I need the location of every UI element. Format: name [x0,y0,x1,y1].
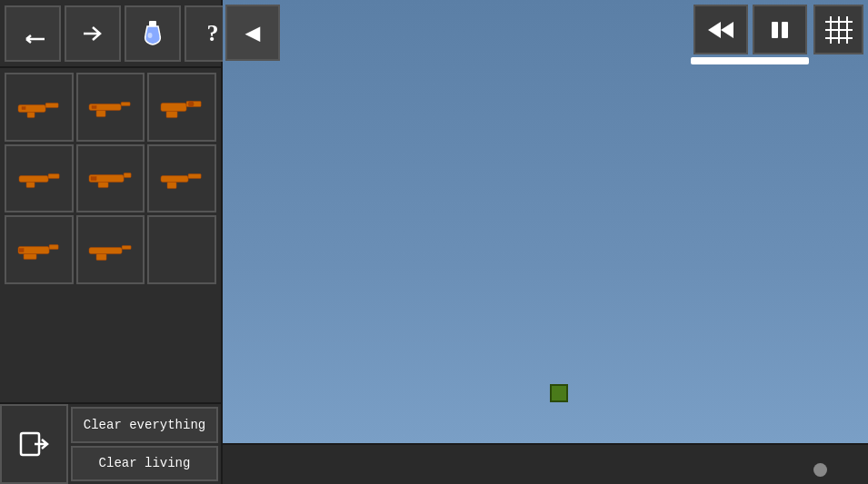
svg-rect-30 [96,254,106,261]
svg-rect-20 [91,177,96,181]
svg-rect-3 [45,103,58,107]
svg-rect-34 [772,22,778,38]
svg-point-1 [148,33,153,38]
bottom-left: Clear everything Clear living [0,402,221,484]
svg-point-13 [188,101,194,106]
grid-item-7[interactable] [5,215,74,284]
grid-toggle-button[interactable] [813,5,863,54]
ground-bar [223,443,868,484]
item-grid [0,68,221,402]
svg-rect-0 [149,21,156,26]
svg-rect-16 [26,183,35,188]
svg-rect-12 [166,111,177,117]
grid-item-2[interactable] [76,73,145,142]
svg-rect-26 [24,254,36,260]
svg-rect-27 [19,249,24,252]
svg-rect-8 [96,110,105,116]
svg-rect-14 [19,176,48,183]
svg-marker-33 [721,22,733,38]
svg-rect-28 [89,248,122,254]
grid-item-4[interactable] [5,144,74,213]
left-panel: ? [0,0,223,484]
top-right-controls [686,0,868,69]
swap-button[interactable] [5,5,61,62]
svg-rect-4 [27,112,35,117]
arrow-button[interactable] [65,5,121,62]
clear-buttons-container: Clear everything Clear living [68,404,221,484]
svg-rect-19 [98,183,108,188]
potion-button[interactable] [125,5,181,62]
entity-indicator [813,463,827,477]
exit-button[interactable] [0,404,68,484]
grid-item-3[interactable] [147,73,216,142]
rewind-pause-buttons [693,5,807,54]
rewind-button[interactable] [693,5,748,54]
back-icon: ◀ [245,17,261,48]
grid-item-5[interactable] [76,144,145,213]
grid-item-9[interactable] [147,215,216,284]
grid-item-8[interactable] [76,215,145,284]
back-button[interactable]: ◀ [225,5,280,61]
svg-marker-32 [708,22,721,38]
progress-bar [691,57,809,64]
clear-everything-button[interactable]: Clear everything [71,407,218,443]
clear-living-button[interactable]: Clear living [71,446,218,482]
svg-rect-9 [92,105,96,108]
svg-rect-10 [161,103,186,111]
pause-button[interactable] [753,5,807,54]
rewind-pause-container [691,5,809,64]
svg-rect-35 [782,22,788,38]
svg-rect-18 [125,173,132,178]
grid-item-6[interactable] [147,144,216,213]
svg-rect-22 [188,174,201,179]
help-icon: ? [207,20,219,47]
svg-rect-29 [123,246,132,250]
top-toolbar: ? [0,0,221,68]
svg-rect-23 [167,183,176,189]
game-entity [550,384,568,402]
svg-rect-25 [49,245,58,250]
grid-item-1[interactable] [5,73,74,142]
svg-rect-7 [122,102,131,105]
svg-rect-21 [161,176,188,183]
svg-rect-15 [48,174,59,179]
svg-rect-5 [22,106,25,109]
